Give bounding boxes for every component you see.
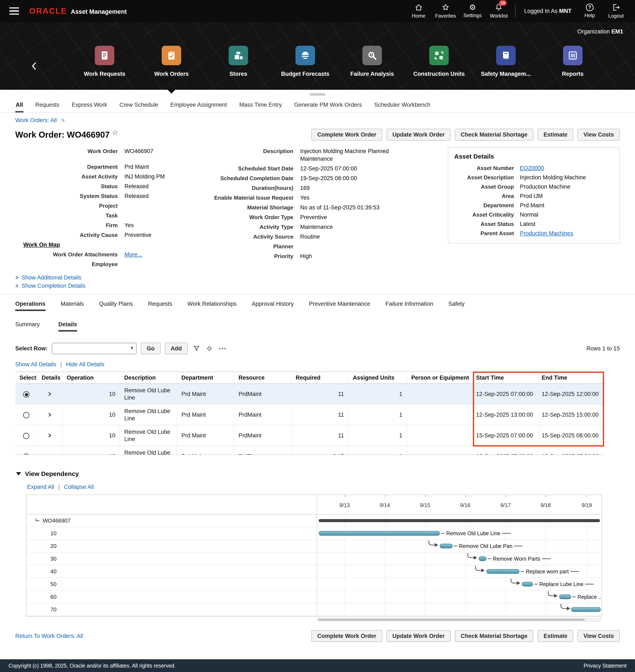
tab-operations[interactable]: Operations [15,301,45,311]
estimate-button[interactable]: Estimate [538,630,573,642]
check-material-shortage-button[interactable]: Check Material Shortage [455,129,533,140]
work-on-map-link[interactable]: Work On Map [23,241,60,248]
appnav-item-construction-units[interactable]: Construction Units [406,46,473,90]
view-costs-button[interactable]: View Costs [577,129,620,140]
row-radio[interactable] [23,454,29,455]
column-header-operation[interactable]: Operation [62,372,120,384]
tab-generate-pm-work-orders[interactable]: Generate PM Work Orders [293,99,363,112]
gantt-bar-10[interactable] [319,531,440,536]
appnav-item-work-orders[interactable]: Work Orders [138,46,205,90]
field-value[interactable]: EQ20000 [520,164,544,172]
worklist-button[interactable]: 18 Worklist [489,3,508,19]
tab-employee-assignment[interactable]: Employee Assignment [170,99,227,112]
settings-button[interactable]: ⚙ Settings [463,4,482,18]
subtab-details[interactable]: Details [59,321,77,331]
complete-work-order-button[interactable]: Complete Work Order [311,129,382,140]
row-details-chevron-icon[interactable]: > [48,431,51,440]
appnav-item-safety-management[interactable]: Safety Managem... [473,46,539,90]
tab-quality-plans[interactable]: Quality Plans [99,301,133,311]
scrollbar-thumb[interactable] [318,619,585,621]
gantt-bar-50[interactable] [522,582,533,586]
column-header-required[interactable]: Required [291,372,348,384]
show-completion-details-link[interactable]: >Show Completion Details [15,283,620,289]
column-header-person-or-equipment[interactable]: Person or Equipment [407,372,473,384]
gantt-bar-20[interactable] [440,544,453,548]
select-row-select[interactable] [52,343,136,354]
field-value[interactable]: Production Machines [520,230,573,237]
tab-all[interactable]: All [15,99,23,112]
row-radio[interactable] [23,391,29,397]
gantt-bar-70[interactable] [571,607,601,612]
tab-crew-schedule[interactable]: Crew Schedule [119,99,158,112]
appnav-item-budget-forecasts[interactable]: Budget Forecasts [272,46,339,90]
column-header-details[interactable]: Details [37,372,62,384]
gantt-tree-op-40[interactable]: 40 [27,565,316,578]
column-header-select[interactable]: Select [15,372,37,384]
tab-work-relationships[interactable]: Work Relationships [187,301,236,311]
appnav-item-stores[interactable]: Stores [205,46,272,90]
scroll-left-chevron-icon[interactable] [31,62,37,70]
select-row-dropdown[interactable]: ▾ [52,343,136,354]
row-details-chevron-icon[interactable]: > [48,390,51,398]
appnav-item-work-requests[interactable]: Work Requests [71,46,138,90]
check-material-shortage-button[interactable]: Check Material Shortage [455,630,533,642]
gantt-tree-root[interactable]: WO466907 [27,515,316,527]
collapse-handle[interactable] [309,93,326,96]
appnav-item-reports[interactable]: Reports [539,46,606,90]
row-radio[interactable] [23,412,29,418]
logout-button[interactable]: Logout [606,3,626,19]
more-actions-icon[interactable]: ⋯ [218,344,227,353]
update-work-order-button[interactable]: Update Work Order [387,630,451,642]
gantt-tree-op-70[interactable]: 70 [27,603,316,616]
tab-preventive-maintenance[interactable]: Preventive Maintenance [309,301,370,311]
privacy-statement-link[interactable]: Privacy Statement [584,663,627,669]
tab-requests[interactable]: Requests [35,99,60,112]
go-button[interactable]: Go [141,343,161,354]
gantt-tree-op-20[interactable]: 20 [27,540,316,552]
column-header-assigned-units[interactable]: Assigned Units [348,372,407,384]
help-button[interactable]: ? Help [580,4,599,18]
row-details-chevron-icon[interactable]: > [48,452,51,455]
breadcrumb-link[interactable]: Work Orders: All [15,117,57,124]
complete-work-order-button[interactable]: Complete Work Order [311,630,382,642]
filter-icon[interactable] [192,345,201,352]
gantt-bar-60[interactable] [559,594,571,599]
gantt-tree-op-60[interactable]: 60 [27,591,316,603]
column-header-department[interactable]: Department [177,372,234,384]
tab-safety[interactable]: Safety [448,301,465,311]
tab-express-work[interactable]: Express Work [71,99,108,112]
return-to-work-orders-link[interactable]: Return To Work Orders: All [15,633,83,640]
favorite-star-icon[interactable]: ☆ [112,128,118,137]
column-header-resource[interactable]: Resource [234,372,291,384]
column-header-description[interactable]: Description [120,372,177,384]
estimate-button[interactable]: Estimate [538,129,573,140]
add-button[interactable]: Add [165,343,188,354]
expand-all-link[interactable]: Expand All [27,484,54,490]
field-value[interactable]: More... [125,251,142,258]
hamburger-menu-icon[interactable] [9,7,19,15]
tab-materials[interactable]: Materials [61,301,84,311]
tab-requests[interactable]: Requests [148,301,172,311]
gantt-bar-30[interactable] [479,557,486,561]
subtab-summary[interactable]: Summary [15,321,40,331]
view-costs-button[interactable]: View Costs [577,630,620,642]
tab-mass-time-entry[interactable]: Mass Time Entry [239,99,282,112]
collapse-triangle-icon[interactable] [16,472,21,476]
show-additional-details-link[interactable]: >Show Additional Details [15,275,620,281]
tab-scheduler-workbench[interactable]: Scheduler Workbench [374,99,431,112]
show-all-details-link[interactable]: Show All Details [15,361,56,368]
row-radio[interactable] [23,433,29,439]
appnav-item-failure-analysis[interactable]: Failure Analysis [339,46,406,90]
gantt-bar-40[interactable] [486,569,520,574]
update-work-order-button[interactable]: Update Work Order [387,129,451,140]
row-details-chevron-icon[interactable]: > [48,411,51,419]
hide-all-details-link[interactable]: Hide All Details [66,361,105,368]
gantt-tree-op-50[interactable]: 50 [27,578,316,591]
collapse-all-link[interactable]: Collapse All [64,484,94,490]
tab-approval-history[interactable]: Approval History [252,301,293,311]
gantt-tree-op-10[interactable]: 10 [27,527,316,540]
tab-failure-information[interactable]: Failure Information [386,301,433,311]
home-button[interactable]: Home [409,3,429,19]
column-header-end-time[interactable]: End Time [539,372,605,384]
favorites-button[interactable]: Favorites [435,3,456,19]
